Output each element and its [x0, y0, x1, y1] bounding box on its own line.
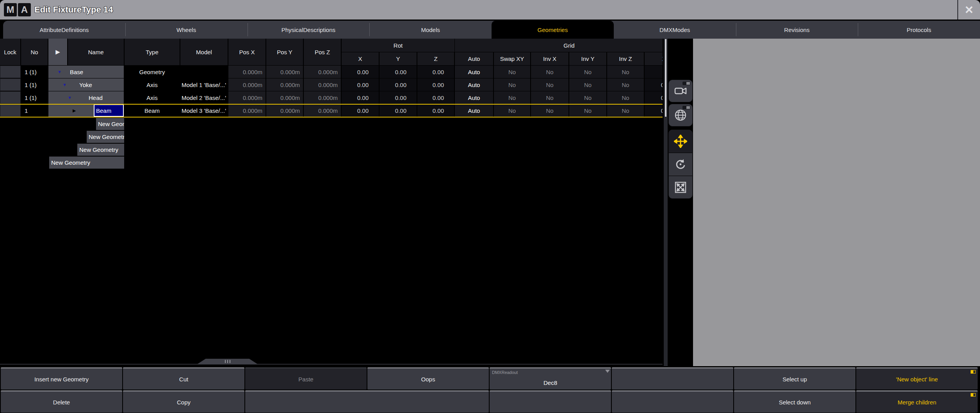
new-geometry-row[interactable]: New Geometry [77, 144, 124, 156]
cell-rotz[interactable]: 0.00 [417, 91, 454, 104]
cell-lock[interactable] [0, 66, 21, 78]
column-header-rotx[interactable]: X [342, 52, 379, 66]
tab-dmxmodes[interactable]: DMXModes [614, 21, 736, 39]
horizontal-scrollbar-grip[interactable] [197, 359, 258, 364]
collapse-icon[interactable]: ▼ [62, 82, 67, 87]
cell-auto[interactable]: Auto [455, 91, 494, 104]
cell-auto[interactable]: Auto [455, 78, 494, 91]
column-header-no[interactable]: No [21, 39, 48, 66]
cell-rotz[interactable]: 0.00 [417, 78, 454, 91]
cell-posy[interactable]: 0.000m [266, 104, 303, 117]
cell-roty[interactable]: 0.00 [380, 91, 417, 104]
new-geometry-row[interactable]: New Geometry [49, 157, 124, 169]
cell-rotz[interactable]: 0.00 [417, 66, 454, 78]
cell-invx[interactable]: No [531, 66, 569, 78]
cell-invy[interactable]: No [569, 78, 607, 91]
cell-posx[interactable]: 0.000m [228, 104, 266, 117]
cell-posz[interactable]: 0.000m [304, 104, 341, 117]
cell-lock[interactable] [0, 78, 21, 91]
cell-invz[interactable]: No [607, 104, 644, 117]
tab-revisions[interactable]: Revisions [736, 21, 858, 39]
camera-toggle[interactable] [682, 82, 690, 85]
column-header-type[interactable]: Type [125, 39, 180, 66]
cell-posz[interactable]: 0.000m [304, 66, 341, 78]
delete-button[interactable]: Delete [1, 390, 122, 413]
new-object-line-button[interactable]: 'New object' line [856, 367, 978, 390]
collapse-icon[interactable]: ▼ [57, 69, 62, 74]
cell-invz[interactable]: No [607, 91, 644, 104]
cut-button[interactable]: Cut [123, 367, 244, 390]
globe-toggle[interactable] [682, 106, 690, 109]
geometry-name[interactable]: Base [70, 69, 83, 75]
cell-auto[interactable]: Auto [455, 66, 494, 78]
tab-wheels[interactable]: Wheels [125, 21, 248, 39]
cell-posy[interactable]: 0.000m [266, 91, 303, 104]
cell-invz[interactable]: No [607, 66, 644, 78]
column-header-extra[interactable]: X [645, 52, 663, 66]
geometry-name[interactable]: Yoke [79, 82, 92, 88]
dmx-readout-selector[interactable]: DMXReadoutDec8 [490, 367, 611, 390]
tab-physicaldescriptions[interactable]: PhysicalDescriptions [248, 21, 370, 39]
cell-model[interactable]: Model 3 'Base/...' [180, 104, 228, 117]
cell-posy[interactable]: 0.000m [266, 78, 303, 91]
collapse-icon[interactable]: ▼ [68, 95, 72, 100]
tab-protocols[interactable]: Protocols [858, 21, 980, 39]
cell-lock[interactable] [0, 91, 21, 104]
cell-type[interactable]: Geometry [125, 66, 180, 78]
tab-geometries[interactable]: Geometries [492, 21, 614, 39]
cell-swap[interactable]: No [494, 91, 531, 104]
cell-name-tree[interactable]: ▶Beam [48, 104, 124, 117]
cell-invy[interactable]: No [569, 104, 607, 117]
cell-rotx[interactable]: 0.00 [342, 91, 379, 104]
name-edit-cell[interactable]: Beam [94, 104, 124, 117]
column-header-posx[interactable]: Pos X [228, 39, 266, 66]
cell-swap[interactable]: No [494, 66, 531, 78]
scale-button[interactable] [669, 176, 692, 199]
copy-button[interactable]: Copy [123, 390, 244, 413]
cell-swap[interactable]: No [494, 78, 531, 91]
cell-roty[interactable]: 0.00 [380, 66, 417, 78]
cell-posz[interactable]: 0.000m [304, 78, 341, 91]
column-header-auto[interactable]: Auto [455, 52, 494, 66]
insert-new-geometry-button[interactable]: Insert new Geometry [1, 367, 122, 390]
cell-name-tree[interactable]: ▼Head [48, 91, 124, 104]
cell-model[interactable]: Model 1 'Base/...' [180, 78, 228, 91]
cell-name-tree[interactable]: ▼Base [48, 66, 124, 78]
cell-rotz[interactable]: 0.00 [417, 104, 454, 117]
close-icon[interactable]: ✕ [958, 0, 980, 20]
cell-posz[interactable]: 0.000m [304, 91, 341, 104]
cell-invx[interactable]: No [531, 104, 569, 117]
cell-posx[interactable]: 0.000m [228, 91, 266, 104]
cell-extra[interactable]: 0.00 [645, 78, 663, 91]
new-geometry-row[interactable]: New Geometry [87, 131, 124, 143]
globe-button[interactable] [668, 104, 693, 126]
move-button[interactable] [669, 130, 692, 153]
cell-roty[interactable]: 0.00 [380, 78, 417, 91]
column-header-rotz[interactable]: Z [417, 52, 454, 66]
cell-swap[interactable]: No [494, 104, 531, 117]
cell-invy[interactable]: No [569, 91, 607, 104]
column-header-model[interactable]: Model [180, 39, 228, 66]
cell-rotx[interactable]: 0.00 [342, 66, 379, 78]
cell-lock[interactable] [0, 104, 21, 117]
cell-posx[interactable]: 0.000m [228, 78, 266, 91]
expand-icon[interactable]: ▶ [73, 108, 76, 113]
tab-models[interactable]: Models [369, 21, 492, 39]
cell-type[interactable]: Beam [125, 104, 180, 117]
cell-model[interactable] [180, 66, 228, 78]
cell-no[interactable]: 1 (1) [21, 78, 48, 91]
column-header-invy[interactable]: Inv Y [569, 52, 607, 66]
column-header-arrow[interactable]: ▶ [48, 39, 68, 66]
vertical-scrollbar-thumb[interactable] [665, 39, 666, 117]
select-down-button[interactable]: Select down [734, 390, 855, 413]
oops-button[interactable]: Oops [367, 367, 489, 390]
camera-button[interactable] [668, 80, 693, 102]
cell-invy[interactable]: No [569, 66, 607, 78]
column-header-invx[interactable]: Inv X [531, 52, 569, 66]
cell-roty[interactable]: 0.00 [380, 104, 417, 117]
cell-no[interactable]: 1 (1) [21, 66, 48, 78]
cell-invx[interactable]: No [531, 91, 569, 104]
cell-posy[interactable]: 0.000m [266, 66, 303, 78]
cell-model[interactable]: Model 2 'Base/...' [180, 91, 228, 104]
cell-no[interactable]: 1 (1) [21, 91, 48, 104]
